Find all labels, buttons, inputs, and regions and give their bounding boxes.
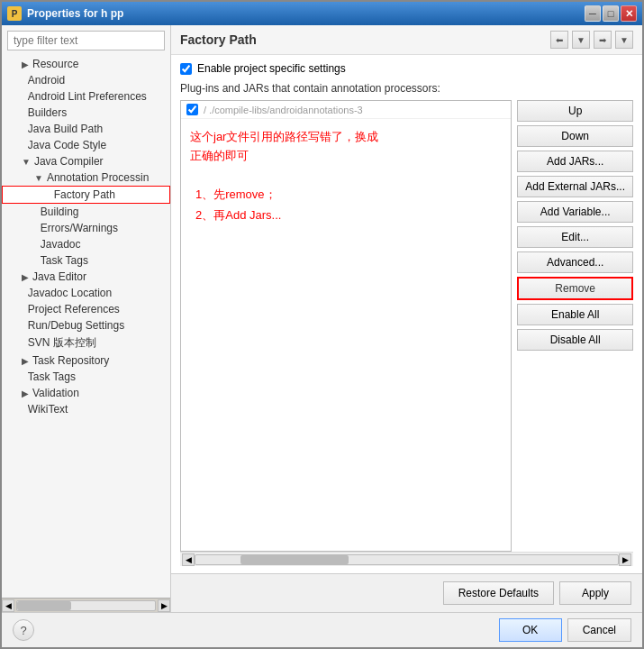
cancel-button[interactable]: Cancel [567, 618, 631, 642]
disable-all-button[interactable]: Disable All [517, 329, 633, 351]
sidebar-item-android[interactable]: Android [2, 72, 170, 88]
bottom-scrollbar: ◀ ▶ [180, 552, 633, 566]
arrow-icon [34, 224, 37, 233]
main-content: ▶ Resource Android Android Lint Preferen… [2, 25, 642, 612]
sidebar-item-builders[interactable]: Builders [2, 105, 170, 121]
up-button[interactable]: Up [517, 100, 633, 122]
ok-button[interactable]: OK [499, 618, 562, 642]
sidebar-item-annotation-processing[interactable]: ▼ Annotation Processin [2, 169, 170, 186]
dialog-footer: ? OK Cancel [2, 612, 642, 647]
nav-menu-button[interactable]: ▼ [615, 31, 633, 49]
enable-settings-row: Enable project specific settings [180, 62, 633, 75]
sidebar-item-java-build-path[interactable]: Java Build Path [2, 121, 170, 137]
nav-dropdown-button[interactable]: ▼ [572, 31, 590, 49]
content-area: / ./compile-libs/androidannotations-3 这个… [180, 100, 633, 552]
arrow-icon [22, 372, 24, 382]
arrow-icon: ▶ [22, 356, 29, 366]
panel-body: Enable project specific settings Plug-in… [171, 55, 642, 573]
sidebar-item-resource[interactable]: ▶ Resource [2, 56, 170, 72]
hscroll-thumb2 [240, 555, 349, 564]
jar-path: / ./compile-libs/androidannotations-3 [204, 105, 363, 115]
list-item: / ./compile-libs/androidannotations-3 [181, 101, 511, 119]
window-title: Properties for h pp [27, 7, 585, 20]
tree-container: ▶ Resource Android Android Lint Preferen… [2, 56, 170, 598]
arrow-icon [22, 124, 24, 134]
title-bar: P Properties for h pp ─ □ ✕ [2, 2, 642, 25]
add-jars-button[interactable]: Add JARs... [517, 151, 633, 172]
arrow-icon: ▼ [22, 157, 31, 167]
arrow-icon [22, 321, 24, 331]
sidebar-item-building[interactable]: Building [2, 204, 170, 220]
right-panel: Factory Path ⬅ ▼ ➡ ▼ Enable project spec… [171, 25, 642, 612]
right-buttons: Up Down Add JARs... Add External JARs...… [517, 100, 633, 552]
down-button[interactable]: Down [517, 125, 633, 147]
sidebar-item-java-editor[interactable]: ▶ Java Editor [2, 269, 170, 285]
hscroll-track2[interactable] [195, 554, 619, 565]
sidebar-item-javadoc[interactable]: Javadoc [2, 236, 170, 252]
enable-all-button[interactable]: Enable All [517, 304, 633, 325]
arrow-icon [22, 305, 24, 315]
apply-button[interactable]: Apply [559, 581, 631, 605]
scroll-left-button[interactable]: ◀ [2, 599, 14, 612]
arrow-icon [34, 240, 37, 250]
sidebar-item-project-references[interactable]: Project References [2, 301, 170, 317]
enable-settings-checkbox[interactable] [180, 63, 192, 75]
sidebar-item-errors-warnings[interactable]: Errors/Warnings [2, 220, 170, 236]
sidebar-item-task-tags2[interactable]: Task Tags [2, 369, 170, 385]
hscroll-thumb [17, 601, 71, 610]
scroll-right2-button[interactable]: ▶ [619, 553, 631, 566]
properties-window: P Properties for h pp ─ □ ✕ ▶ Resource [0, 0, 644, 649]
sidebar-item-task-tags[interactable]: Task Tags [2, 252, 170, 269]
sidebar-item-factory-path[interactable]: Factory Path [2, 186, 170, 204]
panel-header: Factory Path ⬅ ▼ ➡ ▼ [171, 25, 642, 55]
arrow-icon: ▼ [34, 173, 43, 183]
advanced-button[interactable]: Advanced... [517, 251, 633, 273]
enable-settings-label: Enable project specific settings [197, 62, 346, 75]
description-text: Plug-ins and JARs that contain annotatio… [180, 82, 633, 95]
arrow-icon [34, 256, 37, 266]
arrow-icon [22, 108, 24, 118]
sidebar-item-java-code-style[interactable]: Java Code Style [2, 137, 170, 153]
left-panel: ▶ Resource Android Android Lint Preferen… [2, 25, 171, 612]
filter-input[interactable] [7, 31, 165, 50]
step-note: 1、先remove； 2、再Add Jars... [181, 175, 511, 235]
sidebar-item-svn[interactable]: SVN 版本控制 [2, 334, 170, 352]
sidebar-item-validation[interactable]: ▶ Validation [2, 385, 170, 401]
minimize-button[interactable]: ─ [585, 5, 601, 22]
left-scrollbar: ◀ ▶ [2, 598, 170, 612]
jar-list[interactable]: / ./compile-libs/androidannotations-3 这个… [180, 100, 512, 552]
sidebar-item-java-compiler[interactable]: ▼ Java Compiler [2, 153, 170, 169]
arrow-icon: ▶ [22, 272, 29, 282]
sidebar-item-android-lint[interactable]: Android Lint Preferences [2, 88, 170, 105]
sidebar-item-run-debug[interactable]: Run/Debug Settings [2, 317, 170, 334]
remove-button[interactable]: Remove [517, 277, 633, 300]
nav-back-button[interactable]: ⬅ [550, 31, 568, 49]
scroll-right-button[interactable]: ▶ [158, 599, 170, 612]
arrow-icon [22, 405, 24, 415]
edit-button[interactable]: Edit... [517, 226, 633, 248]
add-variable-button[interactable]: Add Variable... [517, 201, 633, 223]
hscroll-track[interactable] [16, 600, 156, 611]
bottom-action-bar: Restore Defaults Apply [171, 573, 642, 612]
maximize-button[interactable]: □ [603, 5, 619, 22]
nav-buttons: ⬅ ▼ ➡ ▼ [550, 31, 633, 49]
jar-checkbox[interactable] [186, 104, 198, 115]
arrow-icon: ▶ [22, 388, 29, 398]
nav-forward-button[interactable]: ➡ [594, 31, 612, 49]
annotation-note: 这个jar文件引用的路径写错了，换成 正确的即可 [181, 119, 511, 175]
add-external-jars-button[interactable]: Add External JARs... [517, 176, 633, 197]
help-button[interactable]: ? [13, 619, 34, 641]
sidebar-item-javadoc-location[interactable]: Javadoc Location [2, 285, 170, 301]
panel-title: Factory Path [180, 32, 550, 47]
arrow-icon [22, 76, 24, 86]
sidebar-item-task-repository[interactable]: ▶ Task Repository [2, 352, 170, 369]
arrow-icon [34, 207, 37, 217]
arrow-icon [22, 141, 24, 151]
arrow-icon [22, 288, 24, 298]
sidebar-item-wikitext[interactable]: WikiText [2, 401, 170, 417]
footer-right: OK Cancel [499, 618, 631, 642]
arrow-icon: ▶ [22, 59, 29, 69]
scroll-left2-button[interactable]: ◀ [182, 553, 195, 566]
close-button[interactable]: ✕ [621, 5, 637, 22]
restore-defaults-button[interactable]: Restore Defaults [443, 581, 554, 605]
